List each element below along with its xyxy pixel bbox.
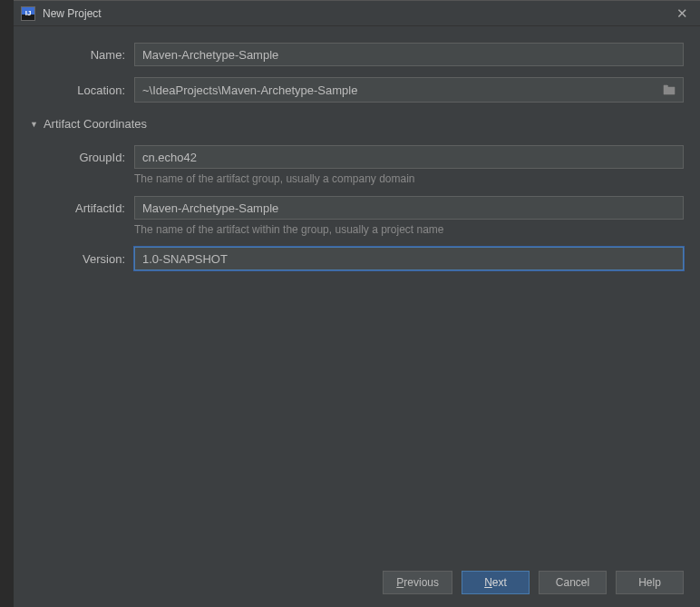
artifact-section-label: Artifact Coordinates <box>44 117 147 131</box>
new-project-dialog: IJ New Project ✕ Name: Location: <box>14 0 700 607</box>
help-button[interactable]: Help <box>616 571 684 594</box>
previous-button[interactable]: Previous <box>383 571 452 594</box>
version-input[interactable] <box>134 247 684 270</box>
folder-icon[interactable] <box>656 84 683 95</box>
caret-down-icon: ▼ <box>30 120 38 129</box>
name-row: Name: <box>30 43 684 66</box>
version-row: Version: <box>30 247 684 270</box>
close-button[interactable]: ✕ <box>671 5 693 23</box>
dialog-title: New Project <box>43 7 671 20</box>
close-icon: ✕ <box>676 6 688 20</box>
group-id-label: GroupId: <box>30 151 125 164</box>
group-id-hint: The name of the artifact group, usually … <box>134 172 684 185</box>
artifact-section-body: GroupId: The name of the artifact group,… <box>30 145 684 270</box>
group-id-row: GroupId: <box>30 145 684 169</box>
location-row: Location: <box>30 77 684 103</box>
name-label: Name: <box>30 48 125 62</box>
artifact-id-input[interactable] <box>134 196 684 220</box>
cancel-button[interactable]: Cancel <box>539 571 607 594</box>
artifact-id-label: ArtifactId: <box>30 201 125 215</box>
group-id-input[interactable] <box>134 145 684 169</box>
version-label: Version: <box>30 252 125 266</box>
location-label: Location: <box>30 83 125 97</box>
name-input[interactable] <box>134 43 684 66</box>
artifact-coordinates-toggle[interactable]: ▼ Artifact Coordinates <box>30 117 684 131</box>
title-bar: IJ New Project ✕ <box>14 1 700 26</box>
artifact-id-hint: The name of the artifact within the grou… <box>134 223 684 236</box>
location-input[interactable] <box>135 78 656 102</box>
next-button[interactable]: Next <box>462 571 530 594</box>
button-bar: Previous Next Cancel Help <box>14 560 700 607</box>
app-icon: IJ <box>21 6 35 21</box>
artifact-id-row: ArtifactId: <box>30 196 684 220</box>
dialog-content: Name: Location: ▼ Artifact Coor <box>14 26 700 560</box>
background-editor-strip <box>0 0 14 607</box>
